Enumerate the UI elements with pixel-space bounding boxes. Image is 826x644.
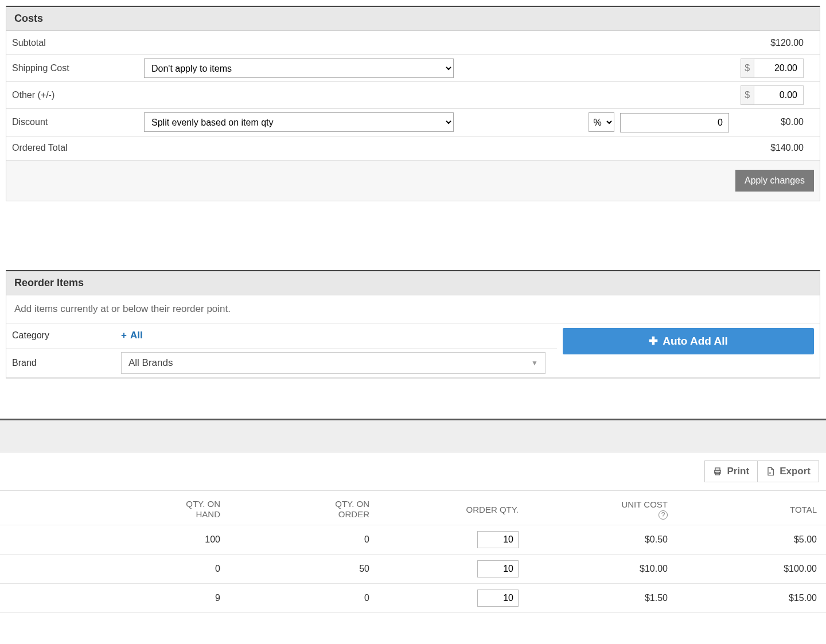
cell-total: $100.00 (677, 558, 826, 580)
cell-unit-cost: $1.50 (528, 587, 677, 609)
costs-row-subtotal: Subtotal $120.00 (6, 31, 820, 55)
cell-unit-cost: $10.00 (528, 558, 677, 580)
cell-qty-on-hand: 100 (0, 529, 229, 551)
col-order-qty: ORDER QTY. (379, 497, 528, 519)
auto-add-all-button[interactable]: ✚ Auto Add All (563, 328, 814, 354)
cell-total: $15.00 (677, 587, 826, 609)
col-total: TOTAL (677, 497, 826, 519)
order-qty-input[interactable] (477, 531, 519, 548)
subtotal-label: Subtotal (6, 34, 138, 52)
grid-actions: Print x Export (0, 452, 826, 491)
other-amount-input[interactable] (754, 86, 803, 104)
svg-text:x: x (769, 471, 771, 474)
dollar-icon: $ (741, 86, 754, 104)
col-qty-on-hand: QTY. ONHAND (0, 491, 229, 525)
plus-icon: + (121, 330, 127, 341)
discount-value-input[interactable] (620, 113, 729, 132)
discount-apply-select[interactable]: Split evenly based on item qty (144, 112, 454, 132)
table-row: 1000$0.50$5.00 (0, 525, 826, 555)
help-icon[interactable]: ? (659, 510, 668, 520)
cell-total: $5.00 (677, 529, 826, 551)
print-button[interactable]: Print (704, 460, 758, 482)
grid-body: 1000$0.50$5.00050$10.00$100.0090$1.50$15… (0, 525, 826, 613)
grid-toolbar (0, 420, 826, 452)
brand-label: Brand (12, 358, 121, 368)
brand-filter-row: Brand All Brands ▼ (6, 349, 557, 377)
ordered-total-label: Ordered Total (6, 139, 138, 157)
col-qty-on-order: QTY. ONORDER (229, 491, 379, 525)
chevron-down-icon: ▼ (531, 359, 538, 367)
auto-add-label: Auto Add All (663, 335, 728, 348)
cell-order-qty (379, 525, 528, 554)
col-unit-cost: UNIT COST ? (528, 491, 677, 524)
reorder-description: Add items currently at or below their re… (6, 295, 820, 323)
shipping-amount-input[interactable] (754, 59, 803, 77)
reorder-panel: Reorder Items Add items currently at or … (6, 270, 820, 378)
cell-unit-cost: $0.50 (528, 529, 677, 551)
cell-qty-on-order: 0 (229, 529, 379, 551)
print-icon (713, 466, 722, 477)
discount-unit-select[interactable]: % (589, 112, 614, 132)
shipping-apply-select[interactable]: Don't apply to items (144, 58, 454, 78)
apply-changes-button[interactable]: Apply changes (735, 170, 814, 192)
cell-order-qty (379, 555, 528, 583)
export-icon: x (766, 466, 775, 477)
order-qty-input[interactable] (477, 590, 519, 607)
reorder-filters: Category +All Brand All Brands ▼ (6, 323, 820, 378)
discount-label: Discount (6, 114, 138, 131)
costs-panel: Costs Subtotal $120.00 Shipping Cost Don… (6, 6, 820, 201)
brand-select-value: All Brands (128, 357, 173, 369)
discount-total: $0.00 (735, 114, 809, 131)
costs-row-ordered-total: Ordered Total $140.00 (6, 136, 820, 161)
cell-qty-on-order: 50 (229, 558, 379, 580)
cell-qty-on-hand: 0 (0, 558, 229, 580)
export-button[interactable]: x Export (758, 460, 819, 482)
grid-header: QTY. ONHAND QTY. ONORDER ORDER QTY. UNIT… (0, 491, 826, 526)
category-all-button[interactable]: +All (121, 330, 143, 341)
shipping-label: Shipping Cost (6, 60, 138, 77)
costs-title: Costs (6, 7, 820, 31)
costs-row-discount: Discount Split evenly based on item qty … (6, 109, 820, 136)
filter-left: Category +All Brand All Brands ▼ (6, 323, 557, 377)
items-grid-shell: Print x Export QTY. ONHAND QTY. ONORDER … (0, 419, 826, 614)
plus-icon: ✚ (649, 334, 658, 348)
order-qty-input[interactable] (477, 560, 519, 577)
export-label: Export (780, 466, 811, 477)
reorder-title: Reorder Items (6, 271, 820, 295)
brand-select[interactable]: All Brands ▼ (121, 352, 546, 374)
print-label: Print (727, 466, 749, 477)
table-row: 90$1.50$15.00 (0, 584, 826, 613)
cell-qty-on-order: 0 (229, 587, 379, 609)
table-row: 050$10.00$100.00 (0, 555, 826, 584)
shipping-amount-input-group: $ (741, 58, 804, 78)
other-label: Other (+/-) (6, 87, 138, 104)
costs-row-shipping: Shipping Cost Don't apply to items $ (6, 55, 820, 82)
cell-order-qty (379, 584, 528, 612)
category-label: Category (12, 330, 121, 341)
auto-add-cell: ✚ Auto Add All (557, 323, 820, 377)
other-amount-input-group: $ (741, 85, 804, 105)
dollar-icon: $ (741, 59, 754, 77)
cell-qty-on-hand: 9 (0, 587, 229, 609)
ordered-total-value: $140.00 (735, 139, 809, 157)
subtotal-value: $120.00 (735, 34, 809, 52)
category-filter-row: Category +All (6, 323, 557, 349)
apply-row: Apply changes (6, 161, 820, 201)
costs-row-other: Other (+/-) $ (6, 82, 820, 109)
